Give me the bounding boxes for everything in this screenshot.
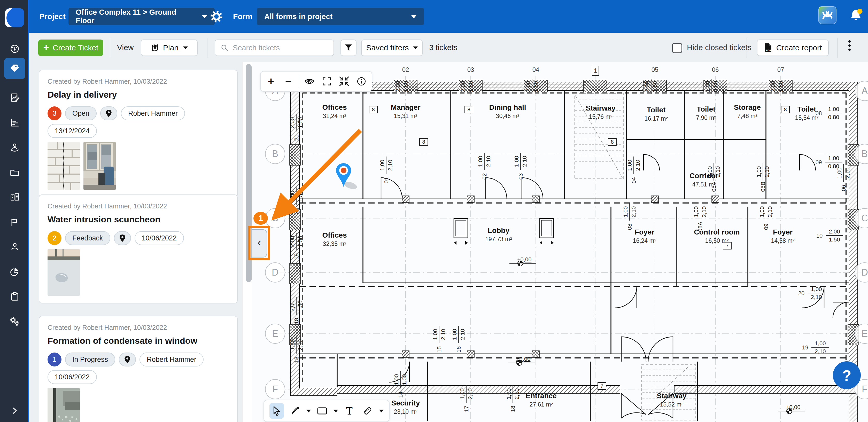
project-settings-button[interactable] bbox=[210, 10, 223, 24]
select-tool-button[interactable] bbox=[270, 403, 284, 419]
fit-view-button[interactable] bbox=[337, 74, 351, 88]
project-selector[interactable]: Office Complex 11 > Ground Floor bbox=[68, 8, 215, 25]
priority-badge: 1 bbox=[48, 353, 61, 366]
ticket-map-pin[interactable] bbox=[332, 163, 363, 191]
pen-tool-options[interactable] bbox=[306, 410, 311, 413]
svg-text:02: 02 bbox=[402, 66, 409, 73]
view-plan-dropdown[interactable]: Plan bbox=[141, 39, 197, 56]
svg-text:09: 09 bbox=[763, 224, 769, 230]
ticket-photo-cracked-brick-wall[interactable] bbox=[48, 142, 80, 190]
sidebar-item-forms[interactable] bbox=[0, 90, 29, 106]
zoom-in-button[interactable]: + bbox=[264, 74, 278, 88]
svg-text:2,10: 2,10 bbox=[715, 166, 721, 177]
checkbox[interactable] bbox=[672, 43, 682, 53]
ticket-card[interactable]: Created by Robert Hammer, 10/03/2022 For… bbox=[39, 316, 238, 422]
zoom-out-button[interactable]: − bbox=[281, 74, 295, 88]
svg-text:20: 20 bbox=[798, 290, 804, 296]
status-pill[interactable]: Open bbox=[65, 106, 97, 120]
svg-text:2,00: 2,00 bbox=[460, 81, 466, 92]
plan-zoom-toolbar: + − bbox=[260, 71, 372, 92]
filter-button[interactable] bbox=[340, 39, 356, 56]
svg-text:07: 07 bbox=[777, 66, 784, 73]
text-tool-button[interactable]: T bbox=[342, 403, 356, 419]
divider bbox=[299, 75, 299, 88]
due-date-pill[interactable]: 10/06/2022 bbox=[48, 370, 97, 384]
saved-filters-dropdown[interactable]: Saved filters bbox=[361, 39, 423, 56]
collapse-panel-button[interactable]: ‹ bbox=[252, 229, 267, 258]
svg-text:2,00: 2,00 bbox=[770, 81, 776, 92]
status-pill[interactable]: Feedback bbox=[65, 231, 110, 245]
due-date-pill[interactable]: 10/06/2022 bbox=[134, 231, 184, 245]
svg-text:2,00: 2,00 bbox=[395, 81, 401, 92]
svg-text:1,50: 1,50 bbox=[297, 301, 304, 312]
svg-text:Toilet: Toilet bbox=[798, 105, 816, 113]
sidebar-item-settings[interactable] bbox=[0, 313, 29, 330]
status-pill[interactable]: In Progress bbox=[65, 353, 115, 366]
help-button[interactable]: ? bbox=[833, 361, 861, 389]
svg-text:1,50: 1,50 bbox=[297, 191, 304, 202]
shape-tool-options[interactable] bbox=[334, 410, 338, 413]
location-pill[interactable] bbox=[100, 106, 117, 120]
panel-scrollbar[interactable] bbox=[246, 64, 252, 282]
svg-text:1,00: 1,00 bbox=[459, 388, 466, 399]
floor-plan-pane[interactable]: Offices31,24 m²Manager15,31 m²Dining hal… bbox=[252, 62, 868, 422]
rectangle-tool-button[interactable] bbox=[315, 403, 330, 419]
pen-tool-button[interactable] bbox=[288, 403, 303, 419]
form-selector[interactable]: All forms in project bbox=[257, 8, 424, 25]
plan-draw-toolbar: T bbox=[264, 400, 390, 422]
location-pill[interactable] bbox=[119, 353, 136, 366]
svg-text:8: 8 bbox=[422, 139, 425, 144]
svg-text:1,00: 1,00 bbox=[505, 388, 512, 399]
sidebar-item-reports[interactable] bbox=[0, 263, 29, 280]
app-logo[interactable] bbox=[5, 8, 24, 27]
chevron-down-icon bbox=[413, 46, 418, 49]
ticket-card[interactable]: Created by Robert Hammer, 10/03/2022 Del… bbox=[39, 70, 238, 198]
grid-lines bbox=[279, 76, 868, 422]
notifications-button[interactable] bbox=[848, 8, 864, 25]
search-input[interactable] bbox=[232, 43, 326, 53]
location-pill[interactable] bbox=[114, 231, 131, 245]
create-report-button[interactable]: PDF Create report bbox=[757, 39, 829, 56]
sidebar-item-site-inspection[interactable] bbox=[0, 139, 29, 156]
svg-text:±0,00: ±0,00 bbox=[517, 356, 531, 362]
ticket-photo-water-on-windowsill[interactable] bbox=[48, 249, 80, 296]
view-label: View bbox=[117, 33, 133, 62]
room-labels: Offices31,24 m²Manager15,31 m²Dining hal… bbox=[322, 103, 819, 415]
ticket-count: 3 tickets bbox=[429, 33, 458, 62]
sidebar-item-contacts[interactable] bbox=[0, 239, 29, 255]
fullscreen-button[interactable] bbox=[320, 74, 334, 88]
ticket-photo-office-window[interactable] bbox=[84, 142, 116, 190]
sidebar-item-tasks[interactable] bbox=[0, 289, 29, 305]
svg-text:Security: Security bbox=[392, 399, 420, 407]
sidebar-item-flags[interactable] bbox=[0, 214, 29, 231]
sidebar-item-dashboard[interactable] bbox=[0, 40, 29, 57]
hide-closed-tickets-toggle[interactable] bbox=[672, 43, 682, 53]
ticket-created-by: Created by Robert Hammer, 10/03/2022 bbox=[48, 202, 229, 210]
svg-text:B: B bbox=[272, 149, 278, 159]
ticket-title: Delay in delivery bbox=[48, 90, 229, 100]
view-plan-label: Plan bbox=[163, 43, 179, 52]
sidebar-item-projects[interactable] bbox=[0, 189, 29, 205]
sidebar-accent-edge bbox=[28, 0, 29, 422]
sidebar-item-documents[interactable] bbox=[0, 164, 29, 181]
svg-text:32,35 m²: 32,35 m² bbox=[323, 240, 346, 247]
more-options-button[interactable] bbox=[845, 38, 853, 53]
ticket-card[interactable]: Created by Robert Hammer, 10/03/2022 Wat… bbox=[39, 194, 238, 303]
ticket-photo-window-condensation[interactable] bbox=[48, 388, 80, 422]
sidebar-item-statistics[interactable] bbox=[0, 115, 29, 131]
plan-info-button[interactable] bbox=[354, 74, 368, 88]
sidebar-expand-button[interactable] bbox=[0, 402, 29, 419]
sidebar-item-tickets-active[interactable] bbox=[4, 58, 25, 79]
app-switcher-button[interactable] bbox=[818, 6, 836, 24]
due-date-pill[interactable]: 13/12/2024 bbox=[48, 124, 97, 138]
assignee-pill[interactable]: Robert Hammer bbox=[121, 106, 185, 120]
assignee-pill[interactable]: Robert Hammer bbox=[140, 353, 204, 366]
interior-walls bbox=[337, 90, 766, 421]
create-ticket-button[interactable]: + Create Ticket bbox=[38, 39, 103, 56]
visibility-button[interactable] bbox=[303, 74, 316, 88]
svg-text:1,00: 1,00 bbox=[759, 206, 765, 218]
measure-tool-button[interactable] bbox=[361, 403, 375, 419]
svg-text:7,90 m²: 7,90 m² bbox=[696, 115, 716, 121]
svg-text:15: 15 bbox=[436, 346, 442, 353]
measure-tool-options[interactable] bbox=[379, 410, 383, 413]
